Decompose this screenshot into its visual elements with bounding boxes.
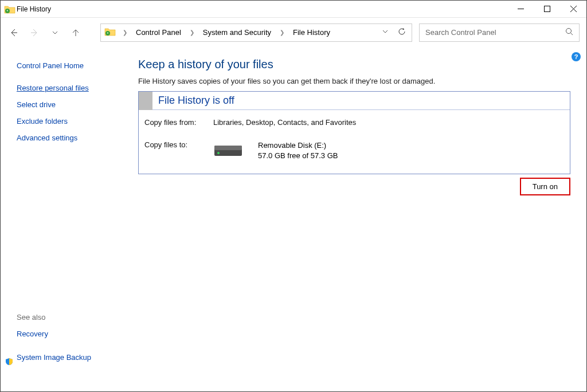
status-panel: File History is off Copy files from: Lib… (138, 91, 570, 174)
window-title: File History (17, 5, 51, 13)
svg-rect-12 (214, 146, 242, 150)
sidebar-select-drive[interactable]: Select drive (17, 100, 128, 109)
chevron-right-icon[interactable]: ❯ (186, 29, 198, 36)
search-input[interactable]: Search Control Panel (419, 23, 580, 42)
breadcrumb-file-history[interactable]: File History (291, 28, 332, 37)
main-content: Keep a history of your files File Histor… (138, 48, 586, 391)
help-icon[interactable]: ? (572, 52, 581, 61)
sidebar-restore-personal-files[interactable]: Restore personal files (17, 84, 128, 92)
status-title: File History is off (158, 95, 234, 107)
refresh-button[interactable] (398, 28, 406, 37)
chevron-right-icon[interactable]: ❯ (119, 29, 131, 36)
copy-from-value: Libraries, Desktop, Contacts, and Favori… (213, 118, 356, 127)
see-also-recovery[interactable]: Recovery (17, 330, 48, 338)
search-icon[interactable] (565, 28, 573, 37)
page-description: File History saves copies of your files … (138, 77, 570, 85)
svg-line-10 (571, 33, 573, 36)
toolbar: ❯ Control Panel ❯ System and Security ❯ … (1, 18, 586, 48)
recent-locations-button[interactable] (49, 26, 61, 39)
forward-button[interactable] (28, 26, 41, 39)
see-also-section: See also Recovery System Image Backup (17, 313, 128, 382)
address-dropdown-button[interactable] (382, 28, 389, 37)
window: File History (0, 0, 587, 392)
status-indicator-icon (139, 92, 152, 110)
chevron-right-icon[interactable]: ❯ (276, 29, 288, 36)
titlebar: File History (1, 1, 586, 18)
nav-buttons (7, 26, 82, 39)
control-panel-home-link[interactable]: Control Panel Home (17, 61, 128, 70)
minimize-button[interactable] (507, 1, 534, 18)
destination-size: 57.0 GB free of 57.3 GB (258, 151, 338, 161)
address-bar[interactable]: ❯ Control Panel ❯ System and Security ❯ … (100, 23, 412, 42)
body: ? Control Panel Home Restore personal fi… (1, 48, 586, 391)
turn-on-button[interactable]: Turn on (520, 178, 570, 195)
see-also-label: See also (17, 313, 128, 322)
status-header: File History is off (139, 92, 570, 110)
svg-rect-2 (544, 6, 550, 12)
copy-from-label: Copy files from: (144, 118, 213, 127)
search-placeholder: Search Control Panel (425, 28, 496, 37)
app-folder-icon (4, 5, 13, 14)
close-button[interactable] (560, 1, 586, 18)
see-also-system-image-backup[interactable]: System Image Backup (17, 353, 91, 362)
svg-point-13 (217, 152, 220, 154)
page-heading: Keep a history of your files (138, 58, 570, 71)
breadcrumb-system-security[interactable]: System and Security (201, 28, 273, 37)
back-button[interactable] (7, 26, 20, 39)
sidebar-advanced-settings[interactable]: Advanced settings (17, 134, 128, 142)
address-folder-icon (104, 27, 116, 38)
breadcrumb-control-panel[interactable]: Control Panel (134, 28, 183, 37)
svg-point-9 (566, 29, 572, 34)
up-button[interactable] (69, 26, 82, 39)
maximize-button[interactable] (534, 1, 560, 18)
drive-icon (213, 142, 243, 159)
copy-to-label: Copy files to: (144, 140, 213, 149)
sidebar: Control Panel Home Restore personal file… (1, 48, 138, 391)
destination-name: Removable Disk (E:) (258, 140, 338, 151)
sidebar-exclude-folders[interactable]: Exclude folders (17, 117, 128, 126)
shield-icon (5, 358, 13, 366)
